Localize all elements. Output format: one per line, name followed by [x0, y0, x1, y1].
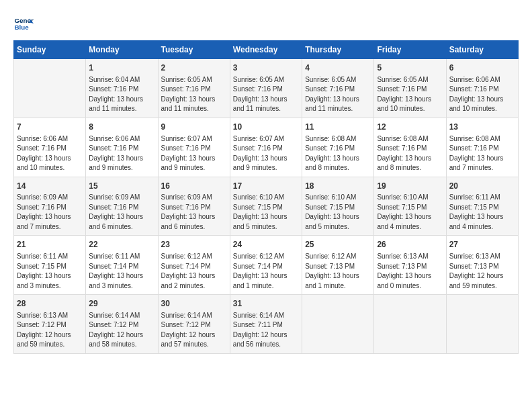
column-header-tuesday: Tuesday — [158, 41, 230, 59]
day-info: Sunrise: 6:11 AM Sunset: 7:15 PM Dayligh… — [17, 252, 83, 291]
day-number: 29 — [89, 298, 154, 310]
calendar-cell: 7Sunrise: 6:06 AM Sunset: 7:16 PM Daylig… — [14, 118, 86, 177]
day-info: Sunrise: 6:10 AM Sunset: 7:15 PM Dayligh… — [305, 193, 371, 232]
calendar-cell — [302, 295, 374, 354]
logo: GeneralBlue — [13, 13, 34, 34]
calendar-cell: 27Sunrise: 6:13 AM Sunset: 7:13 PM Dayli… — [446, 236, 518, 295]
day-info: Sunrise: 6:09 AM Sunset: 7:16 PM Dayligh… — [161, 193, 227, 232]
day-info: Sunrise: 6:05 AM Sunset: 7:16 PM Dayligh… — [377, 75, 443, 114]
calendar-cell: 1Sunrise: 6:04 AM Sunset: 7:16 PM Daylig… — [86, 59, 158, 118]
day-info: Sunrise: 6:10 AM Sunset: 7:15 PM Dayligh… — [233, 193, 299, 232]
week-row-5: 28Sunrise: 6:13 AM Sunset: 7:12 PM Dayli… — [14, 295, 519, 354]
day-number: 30 — [161, 298, 227, 310]
calendar-table: SundayMondayTuesdayWednesdayThursdayFrid… — [13, 40, 519, 354]
header: GeneralBlue — [13, 13, 519, 34]
day-info: Sunrise: 6:06 AM Sunset: 7:16 PM Dayligh… — [449, 75, 515, 114]
day-info: Sunrise: 6:07 AM Sunset: 7:16 PM Dayligh… — [161, 134, 227, 173]
calendar-cell: 2Sunrise: 6:05 AM Sunset: 7:16 PM Daylig… — [158, 59, 230, 118]
day-number: 5 — [377, 62, 443, 74]
day-number: 19 — [377, 181, 443, 192]
day-info: Sunrise: 6:13 AM Sunset: 7:12 PM Dayligh… — [17, 311, 83, 350]
day-number: 8 — [89, 122, 154, 133]
day-info: Sunrise: 6:06 AM Sunset: 7:16 PM Dayligh… — [89, 134, 154, 173]
day-info: Sunrise: 6:08 AM Sunset: 7:16 PM Dayligh… — [449, 134, 515, 173]
week-row-1: 1Sunrise: 6:04 AM Sunset: 7:16 PM Daylig… — [14, 59, 519, 118]
day-info: Sunrise: 6:08 AM Sunset: 7:16 PM Dayligh… — [377, 134, 443, 173]
header-row: SundayMondayTuesdayWednesdayThursdayFrid… — [14, 41, 519, 59]
calendar-cell: 31Sunrise: 6:14 AM Sunset: 7:11 PM Dayli… — [230, 295, 302, 354]
calendar-cell: 3Sunrise: 6:05 AM Sunset: 7:16 PM Daylig… — [230, 59, 302, 118]
logo-icon: GeneralBlue — [13, 13, 34, 34]
column-header-saturday: Saturday — [446, 41, 518, 59]
day-info: Sunrise: 6:06 AM Sunset: 7:16 PM Dayligh… — [17, 134, 83, 173]
day-info: Sunrise: 6:10 AM Sunset: 7:15 PM Dayligh… — [377, 193, 443, 232]
column-header-sunday: Sunday — [14, 41, 86, 59]
day-number: 24 — [233, 239, 299, 250]
day-info: Sunrise: 6:12 AM Sunset: 7:14 PM Dayligh… — [233, 252, 299, 291]
calendar-cell: 30Sunrise: 6:14 AM Sunset: 7:12 PM Dayli… — [158, 295, 230, 354]
column-header-wednesday: Wednesday — [230, 41, 302, 59]
calendar-cell: 4Sunrise: 6:05 AM Sunset: 7:16 PM Daylig… — [302, 59, 374, 118]
calendar-cell: 5Sunrise: 6:05 AM Sunset: 7:16 PM Daylig… — [374, 59, 446, 118]
day-number: 6 — [449, 62, 515, 74]
calendar-cell: 12Sunrise: 6:08 AM Sunset: 7:16 PM Dayli… — [374, 118, 446, 177]
calendar-cell: 10Sunrise: 6:07 AM Sunset: 7:16 PM Dayli… — [230, 118, 302, 177]
day-number: 25 — [305, 239, 371, 250]
calendar-cell: 15Sunrise: 6:09 AM Sunset: 7:16 PM Dayli… — [86, 177, 158, 236]
day-number: 31 — [233, 298, 299, 310]
week-row-2: 7Sunrise: 6:06 AM Sunset: 7:16 PM Daylig… — [14, 118, 519, 177]
calendar-cell: 28Sunrise: 6:13 AM Sunset: 7:12 PM Dayli… — [14, 295, 86, 354]
day-info: Sunrise: 6:11 AM Sunset: 7:14 PM Dayligh… — [89, 252, 154, 291]
calendar-cell: 16Sunrise: 6:09 AM Sunset: 7:16 PM Dayli… — [158, 177, 230, 236]
day-number: 20 — [449, 181, 515, 192]
calendar-cell: 6Sunrise: 6:06 AM Sunset: 7:16 PM Daylig… — [446, 59, 518, 118]
day-info: Sunrise: 6:12 AM Sunset: 7:14 PM Dayligh… — [161, 252, 227, 291]
calendar-cell — [14, 59, 86, 118]
day-number: 18 — [305, 181, 371, 192]
day-info: Sunrise: 6:04 AM Sunset: 7:16 PM Dayligh… — [89, 75, 154, 114]
day-info: Sunrise: 6:14 AM Sunset: 7:12 PM Dayligh… — [161, 311, 227, 350]
calendar-cell: 18Sunrise: 6:10 AM Sunset: 7:15 PM Dayli… — [302, 177, 374, 236]
day-number: 3 — [233, 62, 299, 74]
day-number: 22 — [89, 239, 154, 250]
calendar-cell: 29Sunrise: 6:14 AM Sunset: 7:12 PM Dayli… — [86, 295, 158, 354]
day-number: 11 — [305, 122, 371, 133]
calendar-cell: 11Sunrise: 6:08 AM Sunset: 7:16 PM Dayli… — [302, 118, 374, 177]
calendar-cell: 17Sunrise: 6:10 AM Sunset: 7:15 PM Dayli… — [230, 177, 302, 236]
calendar-cell: 20Sunrise: 6:11 AM Sunset: 7:15 PM Dayli… — [446, 177, 518, 236]
day-info: Sunrise: 6:13 AM Sunset: 7:13 PM Dayligh… — [449, 252, 515, 291]
day-number: 26 — [377, 239, 443, 250]
day-info: Sunrise: 6:09 AM Sunset: 7:16 PM Dayligh… — [89, 193, 154, 232]
day-number: 9 — [161, 122, 227, 133]
day-number: 16 — [161, 181, 227, 192]
calendar-cell: 9Sunrise: 6:07 AM Sunset: 7:16 PM Daylig… — [158, 118, 230, 177]
day-number: 12 — [377, 122, 443, 133]
calendar-cell — [446, 295, 518, 354]
week-row-3: 14Sunrise: 6:09 AM Sunset: 7:16 PM Dayli… — [14, 177, 519, 236]
svg-text:Blue: Blue — [15, 24, 30, 31]
column-header-monday: Monday — [86, 41, 158, 59]
day-info: Sunrise: 6:08 AM Sunset: 7:16 PM Dayligh… — [305, 134, 371, 173]
day-number: 21 — [17, 239, 83, 250]
day-number: 7 — [17, 122, 83, 133]
day-number: 4 — [305, 62, 371, 74]
day-number: 13 — [449, 122, 515, 133]
calendar-cell: 19Sunrise: 6:10 AM Sunset: 7:15 PM Dayli… — [374, 177, 446, 236]
day-number: 14 — [17, 181, 83, 192]
day-number: 2 — [161, 62, 227, 74]
day-number: 28 — [17, 298, 83, 310]
day-info: Sunrise: 6:07 AM Sunset: 7:16 PM Dayligh… — [233, 134, 299, 173]
calendar-cell: 23Sunrise: 6:12 AM Sunset: 7:14 PM Dayli… — [158, 236, 230, 295]
day-number: 15 — [89, 181, 154, 192]
day-info: Sunrise: 6:11 AM Sunset: 7:15 PM Dayligh… — [449, 193, 515, 232]
day-number: 27 — [449, 239, 515, 250]
day-info: Sunrise: 6:05 AM Sunset: 7:16 PM Dayligh… — [305, 75, 371, 114]
calendar-cell: 14Sunrise: 6:09 AM Sunset: 7:16 PM Dayli… — [14, 177, 86, 236]
day-number: 10 — [233, 122, 299, 133]
day-info: Sunrise: 6:05 AM Sunset: 7:16 PM Dayligh… — [233, 75, 299, 114]
day-info: Sunrise: 6:14 AM Sunset: 7:12 PM Dayligh… — [89, 311, 154, 350]
column-header-friday: Friday — [374, 41, 446, 59]
day-info: Sunrise: 6:14 AM Sunset: 7:11 PM Dayligh… — [233, 311, 299, 350]
calendar-cell: 8Sunrise: 6:06 AM Sunset: 7:16 PM Daylig… — [86, 118, 158, 177]
day-number: 17 — [233, 181, 299, 192]
